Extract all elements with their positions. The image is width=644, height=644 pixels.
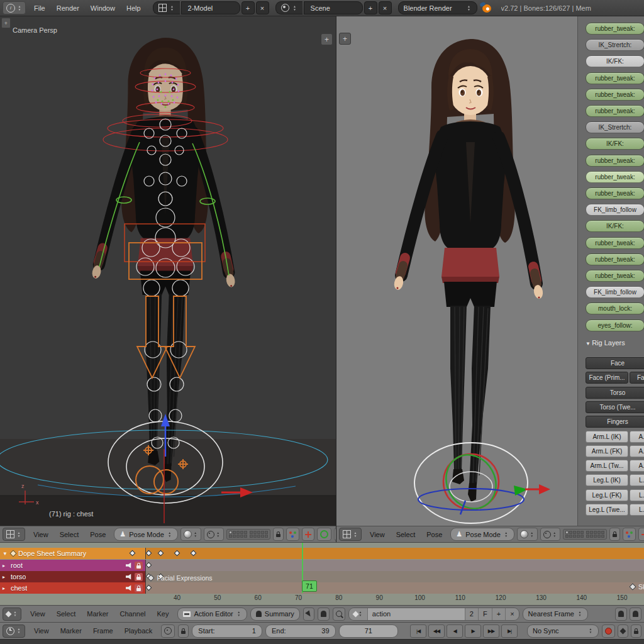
layer-cell[interactable] [236, 531, 240, 534]
viewport-3d-scene-left[interactable]: x z [0, 16, 336, 526]
layer-cell[interactable] [240, 531, 243, 534]
rig-slider-mouth-lock-17[interactable]: mouth_lock: [586, 303, 644, 314]
rig-slider-rubber-tweak-0[interactable]: rubber_tweak: [586, 23, 644, 35]
rig-layer-button-arm-l-ik[interactable]: Arm.L (IK) [586, 431, 628, 443]
channel-torso[interactable]: ▸torso [0, 571, 146, 582]
action-name-field[interactable]: action [367, 608, 465, 620]
rig-layer-button-leg-l-ik[interactable]: Leg.L (IK) [586, 474, 628, 486]
timeline-content-strip[interactable] [0, 639, 644, 644]
rig-layer-button-torso-twe[interactable]: Torso (Twe... [586, 401, 644, 413]
rig-layer-button-fingers[interactable]: Fingers [586, 416, 644, 428]
layer-cell[interactable] [597, 531, 601, 534]
channel-chest[interactable]: ▸chest [0, 582, 146, 594]
layer-cell[interactable] [586, 531, 589, 534]
viewport-shading-dropdown[interactable] [180, 528, 201, 541]
rig-layer-button-leg-l-twe-r[interactable]: L... [630, 504, 644, 516]
layer-cell[interactable] [597, 535, 601, 538]
snap-dropdown[interactable]: Nearest Frame [523, 608, 588, 621]
screen-layout-name[interactable]: 2-Model [181, 1, 240, 14]
layer-cell[interactable] [233, 535, 236, 538]
unlink-action-button[interactable]: × [505, 608, 518, 620]
rig-layer-button-arm-l-tw-r[interactable]: A... [630, 460, 644, 472]
layer-cell[interactable] [580, 535, 584, 538]
viewport-left-content[interactable]: x z Camera Persp (71) rig : chest + + [0, 16, 336, 526]
mute-icon[interactable] [126, 585, 133, 591]
scene-name[interactable]: Scene [304, 1, 363, 14]
marker-ski[interactable]: Ski [630, 583, 644, 591]
scale-manipulator-button[interactable] [334, 528, 336, 541]
lock-camera-button[interactable] [609, 528, 620, 541]
menu-window[interactable]: Window [85, 4, 121, 12]
render-engine-dropdown[interactable]: Blender Render [398, 1, 477, 14]
rig-slider-ik-fk-7[interactable]: IK/FK: [586, 138, 644, 150]
lock-toggle[interactable] [135, 573, 143, 581]
layer-cell[interactable] [244, 535, 247, 538]
play-button[interactable]: ▶ [465, 625, 481, 638]
jump-to-start-button[interactable]: |◀ [410, 625, 426, 638]
layer-cell[interactable] [236, 535, 240, 538]
expand-panel-button[interactable]: + [339, 33, 351, 45]
layer-cell[interactable] [253, 531, 257, 534]
layer-cell[interactable] [573, 535, 576, 538]
menu-marker[interactable]: Marker [81, 610, 114, 618]
editor-mode-dropdown[interactable]: Action Editor [177, 608, 247, 621]
current-frame-field[interactable]: 71 [339, 625, 398, 638]
rig-slider-eyes-follow-18[interactable]: eyes_follow: [586, 319, 644, 331]
menu-help[interactable]: Help [121, 4, 147, 12]
layer-cell[interactable] [233, 531, 236, 534]
new-action-button[interactable]: + [492, 608, 505, 620]
menu-file[interactable]: File [28, 4, 51, 12]
menu-view[interactable]: View [28, 531, 54, 538]
channel-dope-sheet-summary[interactable]: ▼Dope Sheet Summary [0, 548, 146, 559]
region-corner-widget[interactable]: + [1, 18, 11, 28]
translate-manipulator-button[interactable] [302, 528, 314, 541]
menu-view[interactable]: View [25, 610, 51, 618]
filter-selected-button[interactable] [303, 608, 314, 621]
menu-select[interactable]: Select [51, 610, 82, 618]
mute-icon[interactable] [126, 574, 133, 580]
rig-layer-button-leg-l-fk[interactable]: Leg.L (FK) [586, 489, 628, 501]
rig-slider-rubber-tweak-3[interactable]: rubber_tweak: [586, 72, 644, 84]
layer-cell[interactable] [590, 535, 593, 538]
action-users-button[interactable]: 2 [465, 608, 478, 620]
layer-cell[interactable] [253, 535, 257, 538]
rig-layer-button-face-prim-r[interactable]: Fa... [630, 372, 644, 384]
start-frame-field[interactable]: Start: 1 [192, 625, 262, 638]
rig-layer-button-leg-l-twe[interactable]: Leg.L (Twe... [586, 504, 628, 516]
menu-view[interactable]: View [28, 627, 55, 635]
layer-cell[interactable] [265, 535, 268, 538]
rig-layer-button-arm-l-fk-r[interactable]: A... [630, 445, 644, 457]
rig-slider-ik-fk-2[interactable]: IK/FK: [586, 55, 644, 67]
lock-toggle[interactable] [135, 584, 143, 592]
layer-cell[interactable] [261, 531, 264, 534]
menu-view[interactable]: View [364, 531, 391, 538]
rig-slider-rubber-tweak-14[interactable]: rubber_tweak: [586, 253, 644, 265]
translate-manipulator-button[interactable] [638, 528, 644, 541]
layer-cell[interactable] [229, 531, 232, 534]
layer-cell[interactable] [250, 531, 253, 534]
add-layout-button[interactable]: + [242, 1, 255, 14]
menu-frame[interactable]: Frame [87, 627, 119, 635]
rotate-manipulator-button[interactable] [317, 528, 331, 541]
rig-slider-fk-limb-follow-11[interactable]: FK_limb_follow [586, 204, 644, 216]
layer-cell[interactable] [601, 535, 604, 538]
rig-slider-ik-strertch-1[interactable]: IK_Strertch: [586, 39, 644, 51]
layers-widget[interactable] [226, 529, 270, 540]
browse-action-button[interactable] [349, 608, 367, 620]
lock-toggle[interactable] [135, 562, 143, 570]
rig-slider-fk-limb-follow-16[interactable]: FK_limb_follow [586, 286, 644, 298]
play-reverse-button[interactable]: ◀ [447, 625, 463, 638]
menu-channel[interactable]: Channel [114, 610, 151, 618]
layer-cell[interactable] [257, 535, 260, 538]
lock-time-button[interactable] [178, 625, 189, 638]
layer-cell[interactable] [565, 535, 569, 538]
layer-cell[interactable] [586, 535, 589, 538]
filter-hidden-button[interactable] [318, 608, 330, 621]
fake-user-button[interactable]: F [478, 608, 492, 620]
jump-to-end-button[interactable]: ▶| [501, 625, 518, 638]
expand-panel-button[interactable]: + [321, 33, 333, 45]
layer-cell[interactable] [261, 535, 264, 538]
editor-type-button[interactable] [3, 608, 21, 621]
layer-cell[interactable] [565, 531, 569, 534]
next-keyframe-button[interactable]: ▶▶ [483, 625, 499, 638]
